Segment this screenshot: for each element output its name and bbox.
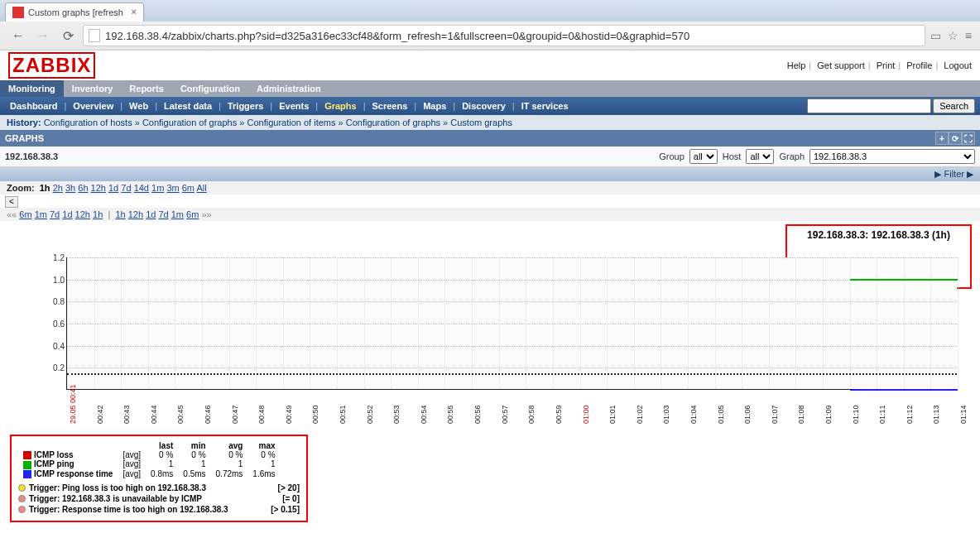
back-button[interactable]: ← bbox=[8, 26, 28, 45]
time-back[interactable]: 7d bbox=[50, 209, 60, 219]
legend-row: ICMP response time [avg] 0.8ms0.5ms0.72m… bbox=[18, 469, 281, 478]
add-favorite-icon[interactable]: + bbox=[935, 132, 949, 145]
search-input[interactable] bbox=[807, 98, 931, 113]
zoom-opt[interactable]: 6h bbox=[78, 183, 88, 193]
app-header: ZABBIX Help| Get support| Print| Profile… bbox=[0, 50, 980, 80]
zoom-opt[interactable]: All bbox=[196, 183, 206, 193]
time-fwd[interactable]: 7d bbox=[158, 209, 168, 219]
legend-box: last min avg max ICMP loss [avg] 0 %0 %0… bbox=[10, 435, 308, 522]
group-label: Group bbox=[659, 151, 685, 161]
history-label: History: bbox=[7, 118, 41, 127]
time-fwd[interactable]: 1h bbox=[115, 209, 125, 219]
time-fwd[interactable]: 6m bbox=[186, 209, 199, 219]
sub-triggers[interactable]: Triggers bbox=[223, 99, 268, 113]
zoom-opt[interactable]: 3h bbox=[65, 183, 75, 193]
legend-table: last min avg max ICMP loss [avg] 0 %0 %0… bbox=[18, 441, 281, 478]
history-crumb[interactable]: Configuration of graphs bbox=[346, 118, 440, 127]
trigger-row: Trigger: 192.168.38.3 is unavailable by … bbox=[18, 494, 300, 503]
group-select[interactable]: all bbox=[689, 149, 718, 164]
legend-row: ICMP ping [avg] 1111 bbox=[18, 459, 281, 468]
trigger-row: Trigger: Response time is too high on 19… bbox=[18, 505, 300, 514]
sub-web[interactable]: Web bbox=[124, 99, 153, 113]
graphs-title: GRAPHS bbox=[5, 133, 44, 143]
sub-screens[interactable]: Screens bbox=[368, 99, 413, 113]
time-back[interactable]: 1h bbox=[93, 209, 103, 219]
history-crumb[interactable]: Configuration of hosts bbox=[44, 118, 132, 127]
menu-monitoring[interactable]: Monitoring bbox=[0, 80, 64, 97]
browser-tab[interactable]: Custom graphs [refresh × bbox=[5, 2, 144, 22]
time-back[interactable]: 1m bbox=[35, 209, 47, 219]
zoom-opt[interactable]: 14d bbox=[134, 183, 149, 193]
sub-overview[interactable]: Overview bbox=[68, 99, 118, 113]
translate-icon[interactable]: ▭ bbox=[930, 29, 941, 42]
zoom-label: Zoom: bbox=[7, 183, 35, 193]
col-avg: avg bbox=[211, 441, 248, 450]
swatch-icon bbox=[23, 451, 31, 459]
trigger-icon bbox=[18, 484, 26, 492]
menu-configuration[interactable]: Configuration bbox=[172, 80, 248, 97]
filter-link-row: ▶ Filter ▶ bbox=[0, 167, 980, 181]
sub-events[interactable]: Events bbox=[274, 99, 314, 113]
link-get-support[interactable]: Get support bbox=[817, 60, 864, 70]
host-select[interactable]: all bbox=[746, 149, 774, 164]
time-slider-collapse[interactable]: < bbox=[5, 196, 18, 208]
zoom-opt[interactable]: 12h bbox=[91, 183, 106, 193]
menu-administration[interactable]: Administration bbox=[248, 80, 329, 97]
history-crumb[interactable]: Configuration of items bbox=[247, 118, 335, 127]
chart-plot[interactable] bbox=[66, 257, 957, 390]
chart-area: 192.168.38.3: 192.168.38.3 (1h) last min… bbox=[0, 221, 980, 527]
graphs-bar: GRAPHS + ⟳ ⛶ bbox=[0, 130, 980, 147]
zabbix-logo: ZABBIX bbox=[8, 52, 95, 79]
graph-select[interactable]: 192.168.38.3 bbox=[809, 149, 975, 164]
history-crumb[interactable]: Configuration of graphs bbox=[142, 118, 237, 127]
zoom-opt[interactable]: 1d bbox=[108, 183, 118, 193]
link-print[interactable]: Print bbox=[877, 60, 896, 70]
sub-graphs[interactable]: Graphs bbox=[319, 99, 362, 113]
col-max: max bbox=[247, 441, 280, 450]
menu-icon[interactable]: ≡ bbox=[965, 29, 972, 42]
sub-discovery[interactable]: Discovery bbox=[457, 99, 511, 113]
time-back[interactable]: 6m bbox=[19, 209, 31, 219]
zoom-opt[interactable]: 3m bbox=[166, 183, 179, 193]
url-text: 192.168.38.4/zabbix/charts.php?sid=d325a… bbox=[105, 30, 689, 42]
filter-toggle[interactable]: ▶ Filter ▶ bbox=[934, 169, 973, 180]
zoom-active[interactable]: 1h bbox=[40, 183, 50, 193]
address-row: ← → ⟳ 192.168.38.4/zabbix/charts.php?sid… bbox=[0, 22, 980, 50]
time-fwd[interactable]: 12h bbox=[128, 209, 143, 219]
trigger-icon bbox=[18, 506, 26, 513]
zoom-opt[interactable]: 1m bbox=[151, 183, 164, 193]
zoom-bar: Zoom: 1h 2h 3h 6h 12h 1d 7d 14d 1m 3m 6m… bbox=[0, 181, 980, 195]
menu-inventory[interactable]: Inventory bbox=[64, 80, 122, 97]
forward-button[interactable]: → bbox=[33, 26, 53, 45]
search-button[interactable]: Search bbox=[933, 98, 975, 113]
menu-reports[interactable]: Reports bbox=[121, 80, 172, 97]
zoom-opt[interactable]: 7d bbox=[121, 183, 131, 193]
reload-button[interactable]: ⟳ bbox=[58, 26, 78, 45]
fullscreen-icon[interactable]: ⛶ bbox=[962, 132, 975, 145]
host-title: 192.168.38.3 bbox=[5, 151, 58, 161]
sub-dashboard[interactable]: Dashboard bbox=[5, 99, 62, 113]
link-help[interactable]: Help bbox=[787, 60, 806, 70]
trigger-row: Trigger: Ping loss is too high on 192.16… bbox=[18, 483, 300, 492]
zoom-opt[interactable]: 2h bbox=[53, 183, 63, 193]
history-crumb[interactable]: Custom graphs bbox=[450, 118, 512, 127]
sub-latest-data[interactable]: Latest data bbox=[159, 99, 217, 113]
reset-icon[interactable]: ⟳ bbox=[949, 132, 962, 145]
time-fwd[interactable]: 1d bbox=[146, 209, 156, 219]
col-last: last bbox=[146, 441, 178, 450]
address-bar[interactable]: 192.168.38.4/zabbix/charts.php?sid=d325a… bbox=[83, 25, 925, 46]
sub-maps[interactable]: Maps bbox=[418, 99, 451, 113]
close-tab-icon[interactable]: × bbox=[132, 7, 137, 17]
tab-title: Custom graphs [refresh bbox=[28, 7, 123, 17]
zoom-opt[interactable]: 6m bbox=[182, 183, 195, 193]
time-fwd[interactable]: 1m bbox=[171, 209, 184, 219]
swatch-icon bbox=[23, 470, 31, 478]
link-profile[interactable]: Profile bbox=[906, 60, 932, 70]
time-back[interactable]: 1d bbox=[62, 209, 72, 219]
chart-title: 192.168.38.3: 192.168.38.3 (1h) bbox=[807, 229, 950, 241]
bookmark-icon[interactable]: ☆ bbox=[948, 29, 958, 42]
time-back[interactable]: 12h bbox=[75, 209, 90, 219]
swatch-icon bbox=[23, 461, 31, 469]
sub-it-services[interactable]: IT services bbox=[516, 99, 574, 113]
link-logout[interactable]: Logout bbox=[944, 60, 972, 70]
